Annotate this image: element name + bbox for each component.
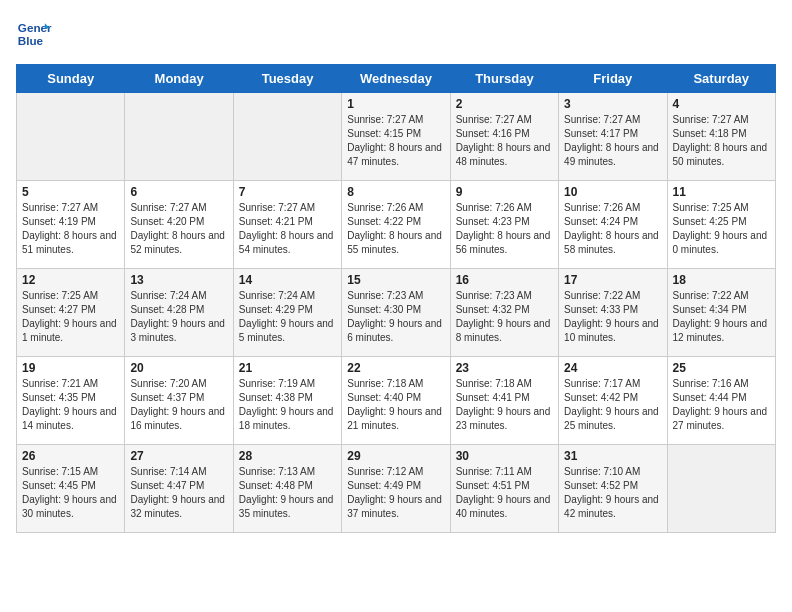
day-number: 28 [239,449,336,463]
day-number: 21 [239,361,336,375]
week-row-1: 1Sunrise: 7:27 AM Sunset: 4:15 PM Daylig… [17,93,776,181]
day-cell: 10Sunrise: 7:26 AM Sunset: 4:24 PM Dayli… [559,181,667,269]
day-cell: 24Sunrise: 7:17 AM Sunset: 4:42 PM Dayli… [559,357,667,445]
day-cell: 26Sunrise: 7:15 AM Sunset: 4:45 PM Dayli… [17,445,125,533]
day-info: Sunrise: 7:17 AM Sunset: 4:42 PM Dayligh… [564,377,661,433]
header-cell-thursday: Thursday [450,65,558,93]
day-number: 25 [673,361,770,375]
day-cell: 21Sunrise: 7:19 AM Sunset: 4:38 PM Dayli… [233,357,341,445]
day-info: Sunrise: 7:26 AM Sunset: 4:22 PM Dayligh… [347,201,444,257]
day-cell: 5Sunrise: 7:27 AM Sunset: 4:19 PM Daylig… [17,181,125,269]
day-number: 27 [130,449,227,463]
day-number: 11 [673,185,770,199]
day-cell [17,93,125,181]
day-cell [233,93,341,181]
day-number: 9 [456,185,553,199]
week-row-2: 5Sunrise: 7:27 AM Sunset: 4:19 PM Daylig… [17,181,776,269]
day-cell: 31Sunrise: 7:10 AM Sunset: 4:52 PM Dayli… [559,445,667,533]
day-info: Sunrise: 7:27 AM Sunset: 4:16 PM Dayligh… [456,113,553,169]
day-number: 26 [22,449,119,463]
day-cell: 15Sunrise: 7:23 AM Sunset: 4:30 PM Dayli… [342,269,450,357]
calendar-table: SundayMondayTuesdayWednesdayThursdayFrid… [16,64,776,533]
day-number: 4 [673,97,770,111]
logo: General Blue [16,16,52,52]
day-cell: 3Sunrise: 7:27 AM Sunset: 4:17 PM Daylig… [559,93,667,181]
day-info: Sunrise: 7:23 AM Sunset: 4:30 PM Dayligh… [347,289,444,345]
day-number: 5 [22,185,119,199]
day-info: Sunrise: 7:27 AM Sunset: 4:15 PM Dayligh… [347,113,444,169]
week-row-4: 19Sunrise: 7:21 AM Sunset: 4:35 PM Dayli… [17,357,776,445]
day-info: Sunrise: 7:27 AM Sunset: 4:18 PM Dayligh… [673,113,770,169]
day-cell: 28Sunrise: 7:13 AM Sunset: 4:48 PM Dayli… [233,445,341,533]
day-number: 7 [239,185,336,199]
day-number: 8 [347,185,444,199]
day-number: 29 [347,449,444,463]
header-cell-friday: Friday [559,65,667,93]
day-number: 16 [456,273,553,287]
day-info: Sunrise: 7:27 AM Sunset: 4:21 PM Dayligh… [239,201,336,257]
day-cell: 16Sunrise: 7:23 AM Sunset: 4:32 PM Dayli… [450,269,558,357]
week-row-5: 26Sunrise: 7:15 AM Sunset: 4:45 PM Dayli… [17,445,776,533]
svg-text:Blue: Blue [18,34,44,47]
day-info: Sunrise: 7:18 AM Sunset: 4:40 PM Dayligh… [347,377,444,433]
day-info: Sunrise: 7:15 AM Sunset: 4:45 PM Dayligh… [22,465,119,521]
day-info: Sunrise: 7:22 AM Sunset: 4:33 PM Dayligh… [564,289,661,345]
day-cell: 30Sunrise: 7:11 AM Sunset: 4:51 PM Dayli… [450,445,558,533]
day-number: 10 [564,185,661,199]
week-row-3: 12Sunrise: 7:25 AM Sunset: 4:27 PM Dayli… [17,269,776,357]
day-number: 24 [564,361,661,375]
day-cell: 11Sunrise: 7:25 AM Sunset: 4:25 PM Dayli… [667,181,775,269]
day-info: Sunrise: 7:21 AM Sunset: 4:35 PM Dayligh… [22,377,119,433]
day-info: Sunrise: 7:13 AM Sunset: 4:48 PM Dayligh… [239,465,336,521]
day-cell: 29Sunrise: 7:12 AM Sunset: 4:49 PM Dayli… [342,445,450,533]
page-header: General Blue [16,16,776,52]
day-number: 18 [673,273,770,287]
day-info: Sunrise: 7:27 AM Sunset: 4:17 PM Dayligh… [564,113,661,169]
day-info: Sunrise: 7:27 AM Sunset: 4:20 PM Dayligh… [130,201,227,257]
day-number: 12 [22,273,119,287]
day-info: Sunrise: 7:14 AM Sunset: 4:47 PM Dayligh… [130,465,227,521]
day-number: 1 [347,97,444,111]
day-info: Sunrise: 7:10 AM Sunset: 4:52 PM Dayligh… [564,465,661,521]
day-cell: 2Sunrise: 7:27 AM Sunset: 4:16 PM Daylig… [450,93,558,181]
day-number: 13 [130,273,227,287]
header-cell-saturday: Saturday [667,65,775,93]
day-number: 3 [564,97,661,111]
day-info: Sunrise: 7:22 AM Sunset: 4:34 PM Dayligh… [673,289,770,345]
day-info: Sunrise: 7:18 AM Sunset: 4:41 PM Dayligh… [456,377,553,433]
day-info: Sunrise: 7:16 AM Sunset: 4:44 PM Dayligh… [673,377,770,433]
day-cell: 17Sunrise: 7:22 AM Sunset: 4:33 PM Dayli… [559,269,667,357]
day-number: 19 [22,361,119,375]
day-cell: 12Sunrise: 7:25 AM Sunset: 4:27 PM Dayli… [17,269,125,357]
day-number: 20 [130,361,227,375]
day-cell: 9Sunrise: 7:26 AM Sunset: 4:23 PM Daylig… [450,181,558,269]
day-number: 6 [130,185,227,199]
day-number: 17 [564,273,661,287]
day-number: 31 [564,449,661,463]
day-cell: 20Sunrise: 7:20 AM Sunset: 4:37 PM Dayli… [125,357,233,445]
day-number: 22 [347,361,444,375]
day-info: Sunrise: 7:24 AM Sunset: 4:28 PM Dayligh… [130,289,227,345]
header-cell-tuesday: Tuesday [233,65,341,93]
day-info: Sunrise: 7:26 AM Sunset: 4:24 PM Dayligh… [564,201,661,257]
day-number: 15 [347,273,444,287]
header-cell-monday: Monday [125,65,233,93]
header-cell-wednesday: Wednesday [342,65,450,93]
day-info: Sunrise: 7:25 AM Sunset: 4:25 PM Dayligh… [673,201,770,257]
day-cell: 27Sunrise: 7:14 AM Sunset: 4:47 PM Dayli… [125,445,233,533]
day-cell: 25Sunrise: 7:16 AM Sunset: 4:44 PM Dayli… [667,357,775,445]
day-cell: 7Sunrise: 7:27 AM Sunset: 4:21 PM Daylig… [233,181,341,269]
day-info: Sunrise: 7:26 AM Sunset: 4:23 PM Dayligh… [456,201,553,257]
header-row: SundayMondayTuesdayWednesdayThursdayFrid… [17,65,776,93]
header-cell-sunday: Sunday [17,65,125,93]
day-info: Sunrise: 7:27 AM Sunset: 4:19 PM Dayligh… [22,201,119,257]
logo-icon: General Blue [16,16,52,52]
day-number: 23 [456,361,553,375]
day-info: Sunrise: 7:23 AM Sunset: 4:32 PM Dayligh… [456,289,553,345]
day-number: 2 [456,97,553,111]
day-info: Sunrise: 7:25 AM Sunset: 4:27 PM Dayligh… [22,289,119,345]
day-info: Sunrise: 7:12 AM Sunset: 4:49 PM Dayligh… [347,465,444,521]
day-cell: 19Sunrise: 7:21 AM Sunset: 4:35 PM Dayli… [17,357,125,445]
day-number: 14 [239,273,336,287]
day-cell: 22Sunrise: 7:18 AM Sunset: 4:40 PM Dayli… [342,357,450,445]
